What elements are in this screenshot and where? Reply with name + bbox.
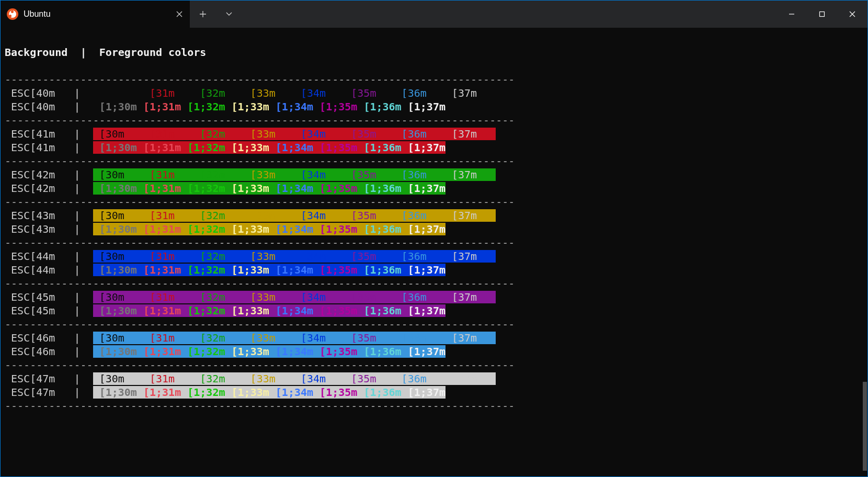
fg-cell: [1;35m [313, 223, 357, 235]
fg-cell: [31m [143, 250, 193, 263]
fg-cell: [1;30m [93, 264, 137, 276]
fg-cell: [32m [193, 332, 244, 344]
color-row: ESC[45m | [1;30m [1;31m [1;32m [1;33m [1… [5, 304, 863, 317]
fg-cell: [1;30m [93, 141, 137, 154]
terminal-output[interactable]: Background | Foreground colors ---------… [1, 28, 867, 477]
fg-cell: [33m [244, 87, 294, 99]
ansi-color-table: ----------------------------------------… [5, 73, 863, 413]
blank-line [5, 426, 863, 440]
fg-cell: [1;35m [313, 345, 357, 358]
fg-cell: [1;36m [357, 304, 401, 317]
fg-cell: [33m [244, 209, 294, 222]
fg-cell: [1;33m [225, 100, 269, 113]
fg-cell: [1;30m [93, 100, 137, 113]
color-row: ESC[44m | [1;30m [1;31m [1;32m [1;33m [1… [5, 263, 863, 277]
minimize-button[interactable] [776, 1, 807, 28]
fg-cell: [35m [345, 128, 395, 140]
fg-cell: [34m [294, 291, 345, 303]
fg-cell: [31m [143, 87, 193, 99]
bar: | [67, 100, 93, 113]
color-row-bg: [1;30m [1;31m [1;32m [1;33m [1;34m [1;35… [93, 141, 446, 154]
color-row: ESC[42m | [1;30m [1;31m [1;32m [1;33m [1… [5, 181, 863, 195]
maximize-button[interactable] [807, 1, 837, 28]
fg-cell: [34m [294, 250, 345, 263]
tab-dropdown-button[interactable] [216, 1, 242, 28]
bg-label: ESC[47m [5, 372, 67, 385]
fg-cell: [1;35m [313, 100, 357, 113]
bg-label: ESC[42m [5, 182, 67, 195]
fg-cell: [32m [193, 209, 244, 222]
fg-cell: [36m [395, 128, 446, 140]
fg-cell: [36m [395, 332, 446, 344]
bar: | [67, 250, 93, 263]
fg-cell: [37m [446, 372, 496, 385]
color-table-header: Background | Foreground colors [5, 46, 863, 59]
fg-cell: [1;32m [181, 264, 225, 276]
bg-label: ESC[46m [5, 332, 67, 344]
fg-cell: [36m [395, 291, 446, 303]
fg-cell: [1;34m [269, 264, 313, 276]
fg-cell: [1;36m [357, 264, 401, 276]
fg-cell: [37m [446, 209, 496, 222]
color-row-bg: [1;30m [1;31m [1;32m [1;33m [1;34m [1;35… [93, 100, 446, 113]
fg-cell: [31m [143, 168, 193, 181]
fg-cell: [30m [93, 291, 143, 303]
fg-cell: [35m [345, 87, 395, 99]
bar: | [67, 386, 93, 399]
fg-cell: [1;30m [93, 182, 137, 195]
fg-cell: [1;36m [357, 182, 401, 195]
color-row-bg: [30m [31m [32m [33m [34m [35m [36m [37m [93, 168, 496, 181]
fg-cell: [1;32m [181, 141, 225, 154]
fg-cell [93, 87, 143, 99]
new-tab-button[interactable] [190, 1, 216, 28]
fg-cell: [32m [193, 128, 244, 140]
fg-cell: [33m [244, 128, 294, 140]
close-window-button[interactable] [837, 1, 867, 28]
svg-rect-0 [820, 12, 825, 17]
separator: ----------------------------------------… [5, 277, 863, 290]
fg-cell: [36m [395, 209, 446, 222]
fg-cell: [1;34m [269, 345, 313, 358]
fg-cell: [1;34m [269, 182, 313, 195]
fg-cell: [1;33m [225, 182, 269, 195]
fg-cell: [36m [395, 250, 446, 263]
bg-label: ESC[44m [5, 264, 67, 276]
fg-cell: [1;37m [402, 182, 446, 195]
color-row-bg: [30m [31m [32m [33m [34m [35m [36m [37m [93, 250, 496, 263]
color-row-bg: [1;30m [1;31m [1;32m [1;33m [1;34m [1;35… [93, 182, 446, 195]
fg-cell: [1;36m [357, 223, 401, 235]
titlebar-spacer [242, 1, 776, 28]
fg-cell: [30m [93, 332, 143, 344]
fg-cell: [32m [193, 291, 244, 303]
tab-close-button[interactable] [174, 9, 185, 19]
separator: ----------------------------------------… [5, 317, 863, 331]
bar: | [67, 209, 93, 222]
bar: | [67, 182, 93, 195]
fg-cell: [30m [93, 250, 143, 263]
color-row-bg: [30m [31m [32m [33m [34m [35m [36m [37m [93, 209, 496, 222]
fg-cell: [34m [294, 372, 345, 385]
fg-cell: [1;34m [269, 304, 313, 317]
scrollbar-thumb[interactable] [863, 382, 867, 471]
fg-cell: [35m [345, 209, 395, 222]
color-row: ESC[45m | [30m [31m [32m [33m [34m [35m … [5, 290, 863, 304]
fg-cell: [30m [93, 209, 143, 222]
fg-cell: [31m [143, 291, 193, 303]
separator: ----------------------------------------… [5, 236, 863, 249]
fg-cell: [1;37m [402, 223, 446, 235]
fg-cell: [1;31m [137, 100, 181, 113]
fg-cell: [37m [446, 291, 496, 303]
fg-cell: [1;30m [93, 223, 137, 235]
fg-cell: [32m [193, 168, 244, 181]
fg-cell: [35m [345, 250, 395, 263]
fg-cell: [1;33m [225, 264, 269, 276]
color-row-bg: [30m [31m [32m [33m [34m [35m [36m [37m [93, 332, 496, 344]
fg-cell: [33m [244, 372, 294, 385]
fg-cell: [30m [93, 372, 143, 385]
tab-ubuntu[interactable]: Ubuntu [1, 1, 190, 28]
color-row: ESC[41m | [30m [31m [32m [33m [34m [35m … [5, 127, 863, 141]
fg-cell: [1;33m [225, 345, 269, 358]
bar: | [67, 345, 93, 358]
fg-cell: [37m [446, 332, 496, 344]
bg-label: ESC[40m [5, 87, 67, 99]
